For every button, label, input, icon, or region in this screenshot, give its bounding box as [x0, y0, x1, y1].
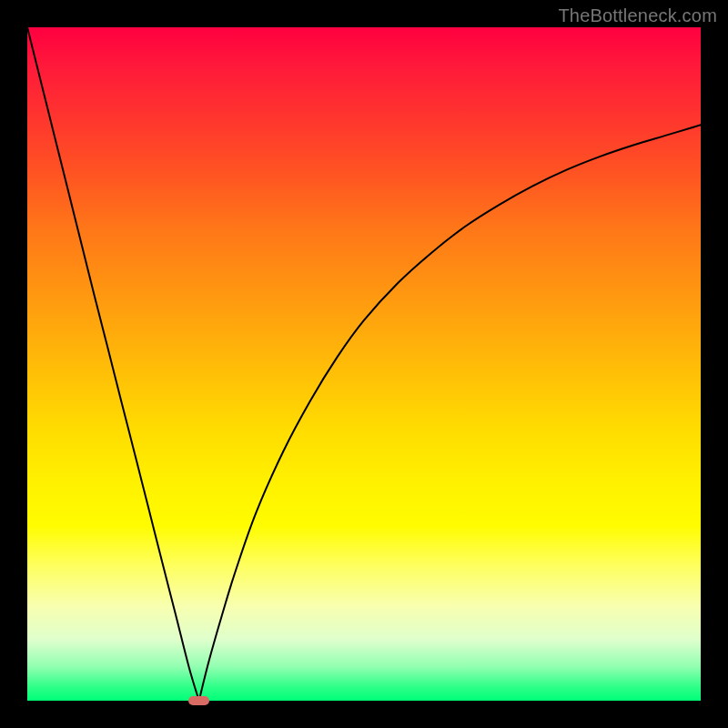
- series-left-branch: [27, 27, 199, 701]
- chart-curve: [27, 27, 701, 701]
- minimum-marker: [188, 696, 209, 705]
- series-right-branch: [199, 125, 701, 701]
- chart-plot-area: [27, 27, 701, 701]
- watermark-text: TheBottleneck.com: [558, 5, 717, 26]
